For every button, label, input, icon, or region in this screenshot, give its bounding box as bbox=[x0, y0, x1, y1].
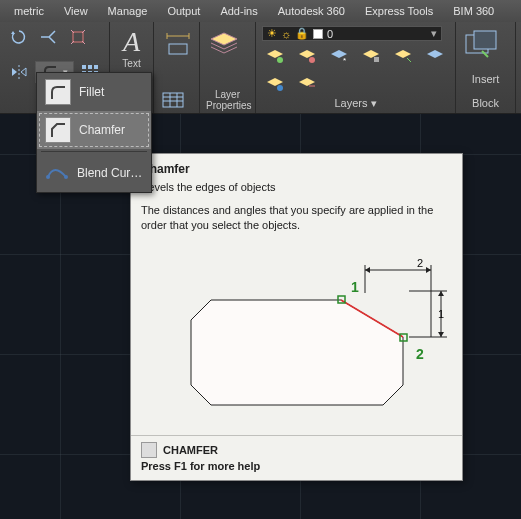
svg-text:*: * bbox=[343, 56, 346, 64]
tooltip-command: CHAMFER bbox=[163, 444, 218, 456]
pick-label-1: 1 bbox=[351, 279, 359, 295]
ribbon-panel-dim bbox=[154, 22, 200, 113]
dropdown-label: Blend Cur… bbox=[77, 166, 142, 180]
menu-manage[interactable]: Manage bbox=[98, 5, 158, 17]
pick-label-2: 2 bbox=[416, 346, 424, 362]
chamfer-icon bbox=[45, 117, 71, 143]
command-icon bbox=[141, 442, 157, 458]
insert-block-icon[interactable] bbox=[462, 26, 498, 62]
dropdown-item-chamfer[interactable]: Chamfer bbox=[37, 111, 151, 149]
tooltip-help: Press F1 for more help bbox=[131, 460, 462, 480]
menu-autodesk360[interactable]: Autodesk 360 bbox=[268, 5, 355, 17]
layer-combo[interactable]: ☀ ☼ 🔒 0 ▾ bbox=[262, 26, 442, 41]
menu-expresstools[interactable]: Express Tools bbox=[355, 5, 443, 17]
layer-properties-label: Layer Properties bbox=[206, 89, 249, 111]
explode-icon[interactable] bbox=[66, 26, 92, 48]
svg-rect-7 bbox=[169, 44, 187, 54]
fillet-dropdown: Fillet Chamfer Blend Cur… bbox=[36, 72, 152, 193]
ribbon-panel-layers: ☀ ☼ 🔒 0 ▾ * Layers ▾ bbox=[256, 22, 456, 113]
layer-match-icon[interactable] bbox=[390, 45, 416, 67]
dropdown-item-fillet[interactable]: Fillet bbox=[37, 73, 151, 111]
svg-point-9 bbox=[277, 57, 283, 63]
menu-view[interactable]: View bbox=[54, 5, 98, 17]
mirror-icon[interactable] bbox=[6, 61, 31, 83]
insert-label: Insert bbox=[462, 73, 509, 85]
panel-label-layers: Layers ▾ bbox=[262, 95, 449, 112]
tooltip-body: The distances and angles that you specif… bbox=[131, 203, 462, 241]
menu-addins[interactable]: Add-ins bbox=[210, 5, 267, 17]
layer-state-icon[interactable] bbox=[262, 45, 288, 67]
layer-off-icon[interactable] bbox=[294, 45, 320, 67]
tooltip-title: Chamfer bbox=[131, 154, 462, 180]
layer-properties-icon[interactable] bbox=[206, 26, 242, 62]
bulb-icon: ☀ bbox=[267, 27, 277, 40]
dimension-icon[interactable] bbox=[160, 26, 196, 62]
menubar: metric View Manage Output Add-ins Autode… bbox=[0, 0, 521, 22]
tooltip-diagram: 2 1 1 2 bbox=[141, 245, 452, 425]
svg-point-16 bbox=[46, 175, 50, 179]
svg-rect-1 bbox=[82, 65, 86, 69]
layer-prev-icon[interactable] bbox=[262, 73, 288, 95]
dim-2-text: 2 bbox=[417, 257, 423, 269]
text-tool-label: Text bbox=[116, 58, 147, 69]
blend-icon bbox=[45, 162, 69, 185]
lock-icon: 🔒 bbox=[295, 27, 309, 40]
tooltip-command-row: CHAMFER bbox=[131, 436, 462, 460]
table-icon[interactable] bbox=[160, 89, 186, 111]
dropdown-separator bbox=[41, 151, 147, 152]
trim-icon[interactable] bbox=[36, 26, 62, 48]
svg-rect-3 bbox=[94, 65, 98, 69]
layer-name: 0 bbox=[327, 28, 333, 40]
tooltip-desc: Bevels the edges of objects bbox=[131, 180, 462, 203]
panel-label-block: Block bbox=[462, 95, 509, 111]
svg-rect-2 bbox=[88, 65, 92, 69]
svg-rect-12 bbox=[374, 57, 379, 62]
dropdown-label: Chamfer bbox=[79, 123, 125, 137]
svg-point-13 bbox=[277, 85, 283, 91]
svg-rect-0 bbox=[73, 32, 83, 42]
layer-iso-icon[interactable] bbox=[422, 45, 448, 67]
dropdown-label: Fillet bbox=[79, 85, 104, 99]
layer-walk-icon[interactable] bbox=[294, 73, 320, 95]
color-swatch bbox=[313, 29, 323, 39]
menu-bim360[interactable]: BIM 360 bbox=[443, 5, 504, 17]
svg-point-10 bbox=[309, 57, 315, 63]
layer-lock-icon[interactable] bbox=[358, 45, 384, 67]
dropdown-item-blend[interactable]: Blend Cur… bbox=[37, 154, 151, 192]
chamfer-tooltip: Chamfer Bevels the edges of objects The … bbox=[130, 153, 463, 481]
ribbon-panel-layer-props: Layer Properties bbox=[200, 22, 256, 113]
menu-output[interactable]: Output bbox=[157, 5, 210, 17]
svg-rect-15 bbox=[474, 31, 496, 49]
layer-freeze-icon[interactable]: * bbox=[326, 45, 352, 67]
dim-1-text: 1 bbox=[438, 308, 444, 320]
menu-metric[interactable]: metric bbox=[4, 5, 54, 17]
sun-icon: ☼ bbox=[281, 28, 291, 40]
rotate-icon[interactable] bbox=[6, 26, 32, 48]
ribbon-panel-block: Insert Block bbox=[456, 22, 516, 113]
svg-point-17 bbox=[64, 175, 68, 179]
text-tool-icon[interactable]: A bbox=[116, 26, 147, 58]
fillet-icon bbox=[45, 79, 71, 105]
svg-rect-8 bbox=[163, 93, 183, 107]
